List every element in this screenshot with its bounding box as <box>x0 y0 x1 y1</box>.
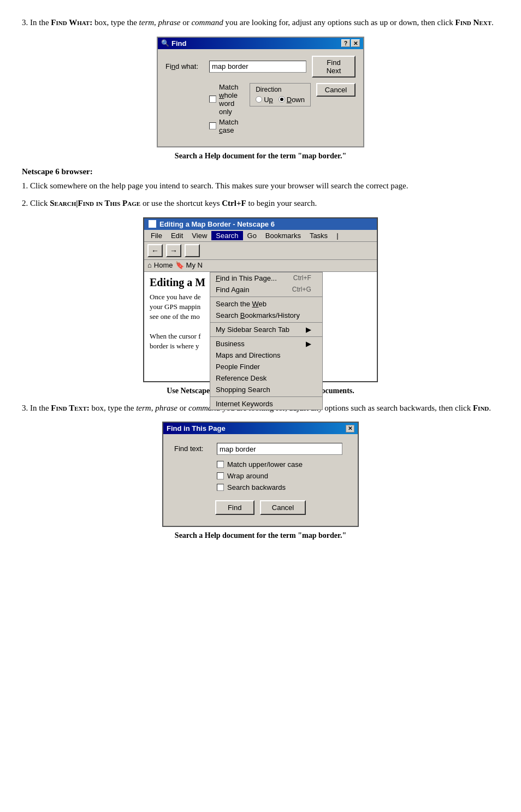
menu-view[interactable]: View <box>187 231 211 240</box>
down-radio[interactable] <box>279 96 285 103</box>
menu-more[interactable]: | <box>332 231 342 240</box>
ns-find-dialog-container: Find in This Page ✕ Find text: Match upp… <box>22 422 499 527</box>
p3-text: box, type the <box>90 404 136 412</box>
forward-button[interactable]: → <box>166 244 181 257</box>
search-dropdown-menu: Find in This Page... Ctrl+F Find Again C… <box>210 272 323 410</box>
whole-word-checkbox[interactable] <box>209 96 216 103</box>
dd-business-label: Business <box>216 340 245 348</box>
dd-internet-keywords[interactable]: Internet Keywords <box>210 398 322 410</box>
ns-find-text-row: Find text: <box>174 443 347 455</box>
caption-1: Search a Help document for the term "map… <box>22 152 499 161</box>
p1-term: term <box>139 18 155 27</box>
dd-reference[interactable]: Reference Desk <box>210 372 322 384</box>
dd-find-in-page[interactable]: Find in This Page... Ctrl+F <box>210 272 322 284</box>
ns-p2-keys: Ctrl+F <box>222 199 246 208</box>
back-button[interactable]: ← <box>147 244 163 257</box>
win-title-text: Find <box>171 39 186 48</box>
p1-comma1: , <box>154 18 158 27</box>
win-find-dialog: 🔍 Find ? ✕ Find what: Find Next <box>157 37 364 147</box>
whole-word-label: Match whole word only <box>219 83 246 116</box>
win-title-controls: ? ✕ <box>341 39 360 47</box>
dd-shopping[interactable]: Shopping Search <box>210 384 322 395</box>
close-button[interactable]: ✕ <box>351 39 360 47</box>
up-radio[interactable] <box>256 96 262 103</box>
dd-maps[interactable]: Maps and Directions <box>210 349 322 361</box>
ns-titlebar: N Editing a Map Border - Netscape 6 <box>144 218 377 230</box>
ns-match-case-label: Match upper/lower case <box>227 460 303 469</box>
ns-paragraph-2: 2. Click Search|Find in This Page or use… <box>22 197 499 210</box>
ns-p2-bold: Search|Find in This Page <box>50 199 140 208</box>
ns-find-button[interactable]: Find <box>215 500 254 515</box>
up-option[interactable]: Up <box>256 96 273 104</box>
match-case-checkbox[interactable] <box>209 122 216 129</box>
ns-find-body: Find text: Match upper/lower case Wrap a… <box>163 434 358 526</box>
dd-find-again-label: Find Again <box>216 286 249 294</box>
dd-sep-2 <box>210 322 322 323</box>
ns-cancel-button[interactable]: Cancel <box>260 500 306 515</box>
ns-find-close[interactable]: ✕ <box>346 425 354 432</box>
home-link[interactable]: ⌂ Home 🔖 My N <box>147 261 203 269</box>
dd-business[interactable]: Business ▶ <box>210 338 322 349</box>
ns-paragraph-1: 1. Click somewhere on the help page you … <box>22 180 499 192</box>
ns-toolbar: ← → <box>144 242 377 260</box>
dd-business-arrow: ▶ <box>306 340 311 348</box>
menu-file[interactable]: File <box>146 231 167 240</box>
other-nav-button[interactable] <box>185 244 200 257</box>
find-what-input[interactable] <box>209 61 306 73</box>
find-dialog-container: 🔍 Find ? ✕ Find what: Find Next <box>22 37 499 147</box>
ns-content-area: Editing a M Once you have de your GPS ma… <box>144 272 377 381</box>
dd-search-bookmarks[interactable]: Search Bookmarks/History <box>210 310 322 321</box>
p3-or: or <box>177 404 188 412</box>
p1-command: command <box>191 18 223 27</box>
find-next-button[interactable]: Find Next <box>312 56 356 78</box>
win-titlebar: 🔍 Find ? ✕ <box>158 38 363 49</box>
dd-sep-1 <box>210 297 322 297</box>
dd-people[interactable]: People Finder <box>210 361 322 372</box>
menu-go[interactable]: Go <box>243 231 261 240</box>
dd-my-sidebar[interactable]: My Sidebar Search Tab ▶ <box>210 324 322 335</box>
down-option[interactable]: Down <box>279 96 305 104</box>
dd-find-in-page-label: Find in This Page... <box>216 274 277 282</box>
win-body: Find what: Find Next Match whole word on… <box>158 49 363 146</box>
direction-group: Direction Up Down <box>250 83 311 106</box>
dd-sep-3 <box>210 336 322 337</box>
ns-p2-mid: or use the shortcut keys <box>140 199 222 208</box>
dd-reference-label: Reference Desk <box>216 374 267 382</box>
p1-phrase: phrase <box>158 18 181 27</box>
match-case-label: Match case <box>219 118 246 134</box>
dd-search-bookmarks-label: Search Bookmarks/History <box>216 311 300 319</box>
ns-wrap-row: Wrap around <box>217 472 347 480</box>
ns-backwards-checkbox[interactable] <box>217 484 224 491</box>
whole-word-row: Match whole word only <box>209 83 246 116</box>
ns-find-input[interactable] <box>217 443 342 455</box>
menu-tasks[interactable]: Tasks <box>305 231 332 240</box>
ns-backwards-row: Search backwards <box>217 483 347 491</box>
dd-find-shortcut: Ctrl+F <box>293 274 311 282</box>
p1-findwhat: Find What: <box>51 18 92 27</box>
menu-bookmarks[interactable]: Bookmarks <box>261 231 305 240</box>
netscape-window: N Editing a Map Border - Netscape 6 File… <box>143 217 378 382</box>
cancel-button[interactable]: Cancel <box>316 83 356 97</box>
netscape-window-container: N Editing a Map Border - Netscape 6 File… <box>22 217 499 382</box>
ns-wrap-checkbox[interactable] <box>217 472 224 479</box>
up-label: Up <box>264 96 273 104</box>
dd-search-web[interactable]: Search the Web <box>210 298 322 310</box>
find-what-row: Find what: Find Next <box>165 56 356 78</box>
menu-search[interactable]: Search <box>211 231 242 240</box>
ns-location-bar: ⌂ Home 🔖 My N <box>144 260 377 272</box>
dd-maps-label: Maps and Directions <box>216 351 281 359</box>
ns-match-case-checkbox[interactable] <box>217 461 224 468</box>
p3-phrase: phrase <box>155 404 177 412</box>
ns-find-checkboxes: Match upper/lower case Wrap around Searc… <box>217 460 347 491</box>
help-button[interactable]: ? <box>341 39 350 47</box>
dd-find-again[interactable]: Find Again Ctrl+G <box>210 284 322 295</box>
menu-edit[interactable]: Edit <box>167 231 187 240</box>
down-label: Down <box>287 96 305 104</box>
direction-options: Up Down <box>256 96 305 104</box>
ns-find-buttons: Find Cancel <box>174 500 347 515</box>
p1-findnext: Find Next <box>455 18 492 27</box>
ns-find-text-label: Find text: <box>174 443 212 453</box>
p3-term: term <box>136 404 151 412</box>
ns-p2-prefix: 2. Click <box>22 199 50 208</box>
p3-find: Find <box>473 404 489 412</box>
